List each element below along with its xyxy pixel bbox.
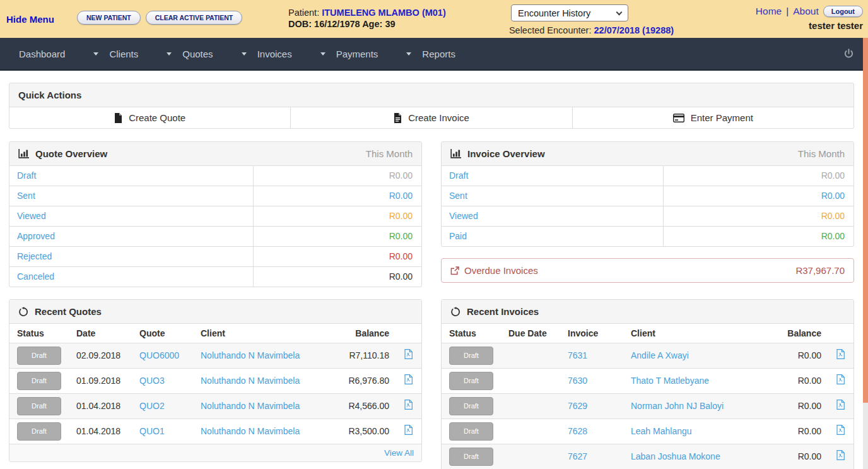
status-badge: Draft: [17, 347, 61, 365]
invoice-number-link[interactable]: 7631: [568, 350, 587, 360]
pdf-file-icon[interactable]: [404, 425, 413, 435]
quote-balance: R3,500.00: [339, 419, 397, 444]
col-header-status: Status: [9, 324, 69, 343]
nav-label: Quotes: [182, 49, 213, 59]
view-all-quotes-link[interactable]: View All: [384, 448, 414, 458]
scrollbar-thumb[interactable]: [863, 38, 868, 403]
client-link[interactable]: Thato T Matlebyane: [631, 376, 709, 386]
table-row: Draft 01.04.2018 QUO1 Noluthando N Mavim…: [9, 419, 421, 444]
overview-row: Approved R0.00: [9, 227, 421, 247]
create-quote-button[interactable]: Create Quote: [9, 107, 290, 128]
overdue-invoices-link[interactable]: Overdue Invoices R37,967.70: [441, 258, 854, 283]
quote-status-sent-link[interactable]: Sent: [17, 191, 35, 201]
nav-item-clients[interactable]: Clients: [93, 49, 138, 59]
clear-active-patient-button[interactable]: CLEAR ACTIVE PATIENT: [146, 11, 242, 25]
invoice-status-draft-link[interactable]: Draft: [449, 170, 468, 181]
quote-status-viewed-link[interactable]: Viewed: [17, 211, 46, 221]
file-icon: [114, 113, 122, 123]
quote-rejected-amount: R0.00: [253, 247, 421, 266]
quote-status-rejected-link[interactable]: Rejected: [17, 251, 52, 261]
invoice-status-viewed-link[interactable]: Viewed: [449, 211, 478, 221]
table-row: Draft 7631 Andile A Xwayi R0.00: [442, 343, 853, 369]
caret-down-icon: [320, 52, 326, 56]
quote-status-canceled-link[interactable]: Canceled: [17, 271, 54, 282]
col-header-invoice: Invoice: [560, 324, 623, 343]
client-link[interactable]: Norman John NJ Baloyi: [631, 401, 724, 411]
invoice-balance: R0.00: [771, 343, 829, 369]
table-row: Draft 01.09.2018 QUO3 Noluthando N Mavim…: [9, 369, 421, 394]
overview-row: Rejected R0.00: [9, 247, 421, 267]
create-quote-label: Create Quote: [129, 112, 185, 123]
status-badge: Draft: [449, 347, 493, 365]
nav-label: Payments: [336, 49, 378, 59]
pdf-file-icon[interactable]: [836, 349, 845, 359]
pdf-file-icon[interactable]: [404, 374, 413, 384]
selected-encounter-value[interactable]: 22/07/2018 (19288): [594, 25, 674, 35]
pdf-file-icon[interactable]: [836, 374, 845, 384]
active-patient-info: Patient: ITUMELENG MLAMBO (M01) DOB: 16/…: [288, 7, 446, 30]
nav-item-quotes[interactable]: Quotes: [167, 49, 213, 59]
enter-payment-label: Enter Payment: [691, 112, 753, 123]
patient-name: ITUMELENG MLAMBO (M01): [322, 8, 446, 18]
pdf-file-icon[interactable]: [836, 400, 845, 410]
file-text-icon: [394, 113, 402, 123]
quote-status-approved-link[interactable]: Approved: [17, 231, 55, 241]
invoice-number-link[interactable]: 7628: [568, 426, 587, 436]
quote-number-link[interactable]: QUO2: [139, 401, 165, 411]
caret-down-icon: [167, 52, 172, 56]
col-header-due-date: Due Date: [501, 324, 560, 343]
enter-payment-button[interactable]: Enter Payment: [572, 107, 853, 128]
pdf-file-icon[interactable]: [836, 450, 845, 460]
client-link[interactable]: Noluthando N Mavimbela: [201, 426, 300, 436]
table-row: Draft 7627 Laban Joshua Mokone R0.00: [442, 444, 853, 469]
new-patient-button[interactable]: NEW PATIENT: [77, 11, 141, 25]
nav-item-dashboard[interactable]: Dashboard: [19, 49, 65, 59]
overview-row: Viewed R0.00: [442, 206, 853, 227]
caret-down-icon: [93, 52, 98, 56]
client-link[interactable]: Noluthando N Mavimbela: [201, 350, 300, 360]
quote-number-link[interactable]: QUO1: [139, 426, 165, 436]
logout-button[interactable]: Logout: [823, 6, 863, 17]
client-link[interactable]: Laban Joshua Mokone: [631, 451, 720, 461]
power-icon[interactable]: [843, 49, 854, 59]
invoice-number-link[interactable]: 7627: [568, 451, 587, 461]
client-link[interactable]: Andile A Xwayi: [631, 350, 689, 360]
encounter-history-select[interactable]: Encounter History: [511, 4, 628, 21]
recent-invoices-title: Recent Invoices: [467, 306, 539, 317]
quote-number-link[interactable]: QUO6000: [139, 350, 179, 360]
invoice-balance: R0.00: [771, 369, 829, 394]
nav-item-reports[interactable]: Reports: [406, 49, 455, 59]
quote-number-link[interactable]: QUO3: [139, 376, 165, 386]
quote-date: 02.09.2018: [69, 343, 132, 369]
quote-status-draft-link[interactable]: Draft: [17, 170, 36, 181]
invoice-overview-panel: Invoice Overview This Month Draft R0.00 …: [441, 141, 854, 247]
invoice-status-paid-link[interactable]: Paid: [449, 231, 467, 241]
home-link[interactable]: Home: [756, 6, 782, 17]
recent-invoices-panel: Recent Invoices Status Due Date Invoice …: [441, 299, 854, 469]
quote-overview-period: This Month: [366, 148, 413, 159]
invoice-balance: R0.00: [771, 394, 829, 419]
selected-encounter-label: Selected Encounter:: [509, 25, 592, 35]
hide-menu-link[interactable]: Hide Menu: [6, 14, 54, 25]
pdf-file-icon[interactable]: [404, 400, 413, 410]
invoice-balance: R0.00: [771, 419, 829, 444]
quote-date: 01.09.2018: [69, 369, 132, 394]
status-badge: Draft: [449, 372, 493, 390]
client-link[interactable]: Leah Mahlangu: [631, 426, 692, 436]
page-scrollbar[interactable]: [863, 38, 868, 469]
about-link[interactable]: About: [793, 6, 819, 17]
invoice-number-link[interactable]: 7630: [568, 376, 587, 386]
pdf-file-icon[interactable]: [404, 349, 413, 359]
table-row: Draft 02.09.2018 QUO6000 Noluthando N Ma…: [9, 343, 421, 369]
invoice-status-sent-link[interactable]: Sent: [449, 191, 467, 201]
invoice-number-link[interactable]: 7629: [568, 401, 587, 411]
invoice-due-date: [501, 369, 560, 394]
nav-item-payments[interactable]: Payments: [320, 49, 378, 59]
client-link[interactable]: Noluthando N Mavimbela: [201, 401, 300, 411]
nav-item-invoices[interactable]: Invoices: [242, 49, 292, 59]
create-invoice-button[interactable]: Create Invoice: [290, 107, 572, 128]
client-link[interactable]: Noluthando N Mavimbela: [201, 376, 300, 386]
quote-sent-amount: R0.00: [253, 186, 421, 206]
pdf-file-icon[interactable]: [836, 425, 845, 435]
col-header-balance: Balance: [771, 324, 829, 343]
